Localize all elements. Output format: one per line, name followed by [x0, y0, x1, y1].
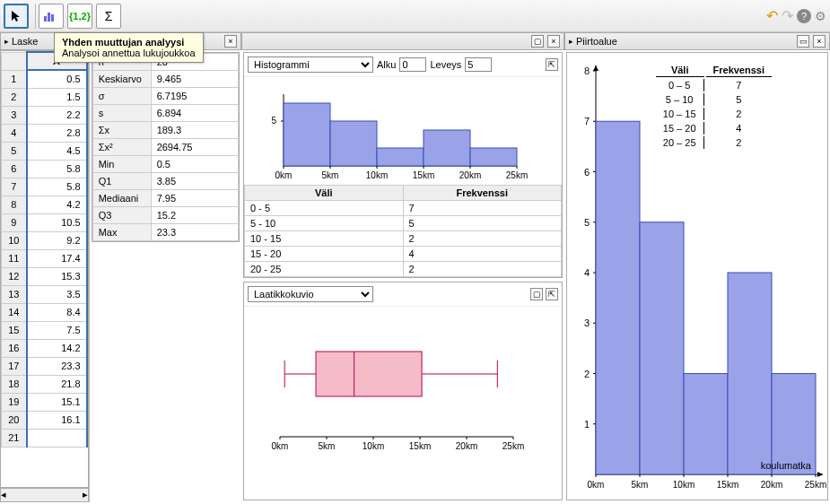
window-icon[interactable]: ▭ [797, 35, 809, 48]
undo-icon[interactable]: ↶ [766, 7, 778, 24]
svg-rect-8 [330, 121, 377, 166]
svg-rect-0 [44, 16, 47, 22]
svg-text:20km: 20km [456, 441, 477, 451]
svg-rect-62 [640, 222, 684, 474]
alku-label: Alku [377, 59, 396, 70]
svg-text:25km: 25km [506, 170, 528, 180]
svg-text:5: 5 [584, 217, 590, 228]
list-tool[interactable]: {1,2} [67, 4, 92, 29]
svg-text:6: 6 [584, 167, 590, 178]
svg-text:koulumatka: koulumatka [761, 460, 812, 471]
svg-rect-28 [316, 352, 422, 396]
svg-rect-2 [51, 14, 54, 22]
svg-text:5km: 5km [632, 480, 649, 490]
svg-text:2: 2 [584, 369, 590, 379]
boxplot-panel: Laatikkokuvio ▢ ⇱ 0km5km10km15km20km25km [243, 282, 563, 500]
sum-tool[interactable]: Σ [96, 4, 121, 29]
graphics-freq-table: VäliFrekvenssi 0 – 575 – 10510 – 15215 –… [654, 62, 773, 151]
svg-text:0km: 0km [588, 480, 605, 490]
svg-text:0km: 0km [272, 441, 289, 451]
spreadsheet[interactable]: A 10.521.532.242.854.565.875.884.2910.51… [0, 50, 89, 488]
close-icon[interactable]: × [547, 35, 560, 48]
svg-text:15km: 15km [717, 480, 738, 490]
alku-input[interactable] [399, 57, 426, 72]
svg-rect-9 [377, 148, 424, 166]
main-toolbar: {1,2} Σ ↶ ↷ ? ⚙ [0, 0, 830, 32]
graphics-header: ▸Piirtoalue ▭ × [564, 32, 830, 50]
popout-icon[interactable]: ▢ [530, 288, 543, 300]
graphics-view[interactable]: 123456780km5km10km15km20km25kmkoulumatka… [566, 52, 828, 500]
svg-rect-64 [728, 273, 772, 474]
svg-rect-1 [48, 13, 50, 22]
scroll-right[interactable]: ▸ [83, 489, 88, 501]
svg-text:25km: 25km [502, 441, 524, 451]
help-icon[interactable]: ? [797, 9, 811, 23]
svg-text:0km: 0km [275, 170, 293, 180]
leveys-input[interactable] [465, 57, 492, 72]
svg-rect-63 [684, 374, 728, 475]
expand-icon[interactable]: ⇱ [546, 58, 558, 71]
close-icon[interactable]: × [224, 35, 237, 48]
svg-rect-7 [284, 103, 330, 166]
boxplot-type-select[interactable]: Laatikkokuvio [248, 286, 373, 302]
frequency-table: VäliFrekvenssi 0 - 575 - 10510 - 15215 -… [244, 185, 562, 277]
histogram-chart: 50km5km10km15km20km25km [244, 77, 562, 185]
redo-icon[interactable]: ↷ [782, 7, 793, 24]
settings-icon[interactable]: ⚙ [815, 9, 826, 23]
svg-text:15km: 15km [413, 170, 434, 180]
svg-text:5: 5 [271, 116, 276, 126]
svg-text:8: 8 [584, 65, 590, 76]
svg-text:7: 7 [584, 116, 590, 126]
close-icon[interactable]: × [813, 35, 826, 48]
svg-rect-61 [596, 121, 640, 474]
svg-text:4: 4 [584, 267, 590, 278]
one-var-analysis-tool[interactable] [39, 4, 64, 29]
tooltip: Yhden muuttujan analyysi Analysoi annett… [54, 32, 204, 63]
leveys-label: Leveys [430, 59, 461, 70]
histogram-panel: Histogrammi Alku Leveys ⇱ 50km5km10km15k… [243, 52, 563, 278]
move-tool[interactable] [4, 4, 29, 29]
svg-text:25km: 25km [805, 480, 826, 490]
stats-table: n20Keskiarvo9.465σ6.7195s6.894Σx189.3Σx²… [92, 52, 240, 242]
svg-text:15km: 15km [409, 441, 431, 451]
svg-text:1: 1 [584, 419, 590, 430]
expand-icon[interactable]: ⇱ [546, 288, 558, 300]
svg-text:10km: 10km [366, 170, 388, 180]
svg-rect-11 [470, 148, 517, 166]
chart-type-select[interactable]: Histogrammi [248, 56, 373, 73]
svg-text:5km: 5km [319, 441, 336, 451]
svg-text:10km: 10km [363, 441, 384, 451]
boxplot-chart: 0km5km10km15km20km25km [244, 307, 562, 423]
svg-text:3: 3 [584, 317, 590, 328]
svg-text:20km: 20km [761, 480, 782, 490]
mid-header: ▢ × [241, 32, 564, 50]
svg-text:5km: 5km [322, 170, 339, 180]
svg-text:10km: 10km [673, 480, 695, 490]
popout-icon[interactable]: ▢ [531, 35, 544, 48]
svg-rect-10 [424, 130, 470, 166]
svg-text:20km: 20km [459, 170, 481, 180]
